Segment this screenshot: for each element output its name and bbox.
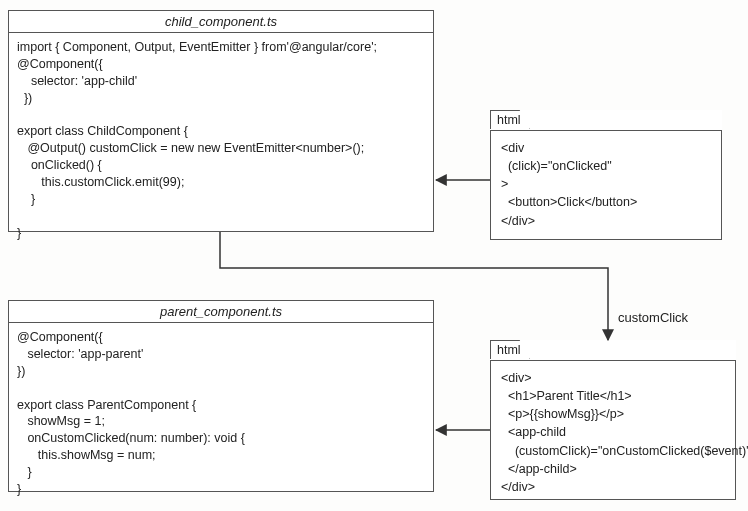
note-child-html: html <div (click)="onClicked" > <button>… [490, 110, 722, 240]
class-title-parent: parent_component.ts [9, 301, 433, 323]
note-parent-html: html <div> <h1>Parent Title</h1> <p>{{sh… [490, 340, 736, 500]
class-title-child: child_component.ts [9, 11, 433, 33]
edge-label-customclick: customClick [618, 310, 688, 325]
class-box-parent-component: parent_component.ts @Component({ selecto… [8, 300, 434, 492]
class-box-child-component: child_component.ts import { Component, O… [8, 10, 434, 232]
note-tab-child-html: html [490, 110, 530, 129]
class-body-parent: @Component({ selector: 'app-parent' }) e… [9, 323, 433, 504]
note-body-child-html: <div (click)="onClicked" > <button>Click… [490, 130, 722, 240]
note-tab-parent-html: html [490, 340, 530, 359]
note-body-parent-html: <div> <h1>Parent Title</h1> <p>{{showMsg… [490, 360, 736, 500]
class-body-child: import { Component, Output, EventEmitter… [9, 33, 433, 248]
